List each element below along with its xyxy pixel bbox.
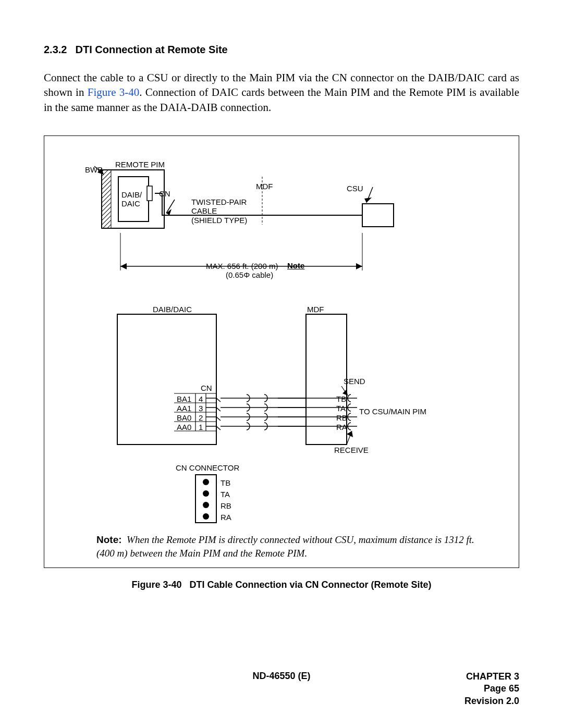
caption-label: Figure 3-40: [131, 579, 181, 590]
label-cn-2: CN: [201, 384, 212, 392]
label-ra: RA: [336, 423, 347, 431]
label-send: SEND: [344, 377, 365, 386]
label-conn-tb: TB: [221, 478, 230, 487]
page: 2.3.2DTI Connection at Remote Site Conne…: [0, 0, 563, 728]
label-ta: TA: [336, 404, 346, 413]
label-cable-spec: (0.65Φ cable): [226, 270, 273, 279]
svg-marker-12: [364, 198, 372, 203]
svg-rect-4: [147, 186, 152, 201]
label-daib-daic-2: DAIB/DAIC: [153, 305, 192, 314]
note-text: When the Remote PIM is directly connecte…: [96, 534, 474, 559]
label-pin1: 1: [199, 423, 203, 431]
label-aa0: AA0: [177, 423, 191, 431]
bottom-diagram: [44, 298, 518, 537]
label-mdf-2: MDF: [307, 305, 324, 314]
label-conn-rb: RB: [221, 501, 231, 510]
svg-marker-19: [356, 263, 362, 269]
label-conn-ta: TA: [221, 490, 230, 499]
svg-rect-10: [362, 204, 394, 227]
label-cn: CN: [159, 189, 170, 198]
svg-point-44: [203, 502, 209, 508]
svg-marker-18: [120, 263, 127, 269]
top-diagram: [44, 136, 518, 287]
label-aa1: AA1: [177, 404, 191, 413]
caption-text: DTI Cable Connection via CN Connector (R…: [190, 579, 432, 590]
label-pin4: 4: [199, 394, 203, 403]
footer-revision: Revision 2.0: [464, 695, 519, 707]
label-remote-pim: REMOTE PIM: [115, 160, 165, 169]
label-daib-daic: DAIB/ DAIC: [121, 190, 142, 208]
label-csu: CSU: [347, 184, 363, 193]
label-bwb: BWB: [85, 165, 103, 174]
figure-link[interactable]: Figure 3-40: [88, 86, 140, 98]
footer-page: Page 65: [464, 683, 519, 695]
label-ba1: BA1: [177, 394, 191, 403]
figure-note: Note: When the Remote PIM is directly co…: [96, 533, 487, 560]
label-pin3: 3: [199, 404, 203, 413]
figure-caption: Figure 3-40 DTI Cable Connection via CN …: [44, 579, 519, 590]
svg-point-43: [203, 490, 209, 497]
label-max-dist: MAX. 656 ft. (200 m): [206, 262, 278, 270]
label-to-csu: TO CSU/MAIN PIM: [359, 407, 426, 416]
svg-point-42: [203, 479, 209, 485]
figure-box: REMOTE PIM BWB DAIB/ DAIC CN TWISTED-PAI…: [44, 135, 519, 568]
section-number: 2.3.2: [44, 44, 67, 56]
section-heading: 2.3.2DTI Connection at Remote Site: [44, 44, 519, 56]
svg-point-45: [203, 513, 209, 520]
footer-doc: ND-46550 (E): [44, 671, 519, 682]
label-mdf-top: MDF: [256, 182, 273, 191]
label-ba0: BA0: [177, 413, 191, 422]
label-conn-ra: RA: [221, 513, 231, 522]
page-footer: ND-46550 (E) CHAPTER 3 Page 65 Revision …: [44, 671, 519, 707]
note-label: Note:: [96, 534, 122, 545]
label-cn-connector: CN CONNECTOR: [176, 463, 239, 472]
section-title: DTI Connection at Remote Site: [75, 44, 227, 55]
label-tb: TB: [336, 394, 346, 403]
label-rb: RB: [336, 413, 347, 422]
label-pin2: 2: [199, 413, 203, 422]
body-paragraph: Connect the cable to a CSU or directly t…: [44, 70, 519, 115]
label-receive: RECEIVE: [334, 446, 369, 454]
label-note-underline: Note: [287, 261, 304, 270]
label-twisted-pair: TWISTED-PAIR CABLE (SHIELD TYPE): [191, 198, 247, 225]
svg-rect-2: [102, 170, 111, 228]
